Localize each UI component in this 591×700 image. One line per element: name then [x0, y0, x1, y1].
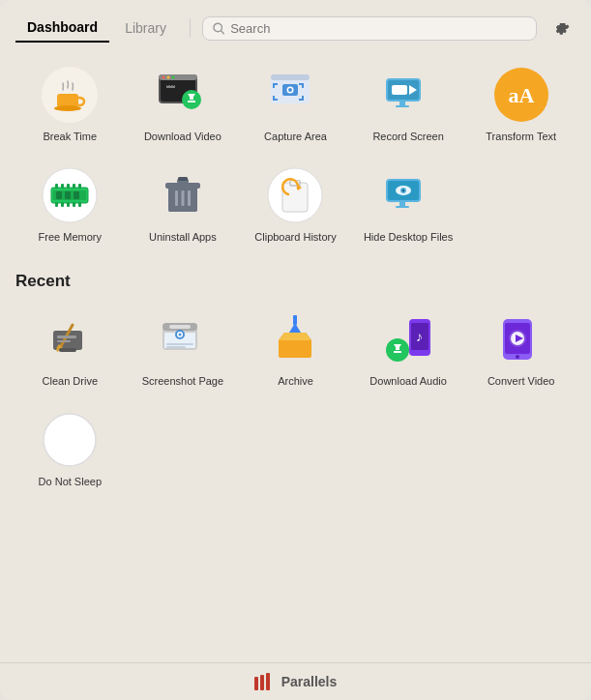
hide-desktop-files-label: Hide Desktop Files: [364, 230, 453, 244]
free-memory-label: Free Memory: [39, 230, 102, 244]
clipboard-history-icon: [267, 167, 323, 223]
svg-rect-25: [399, 102, 405, 105]
clipboard-history-label: Clipboard History: [254, 230, 336, 244]
tool-transform-text[interactable]: aA Transform Text: [466, 58, 576, 151]
recent-grid: Clean Drive: [15, 303, 576, 497]
tab-library[interactable]: Library: [113, 15, 178, 42]
svg-rect-88: [394, 351, 401, 353]
svg-rect-87: [396, 344, 399, 350]
break-time-label: Break Time: [43, 130, 97, 143]
svg-rect-15: [188, 101, 195, 102]
main-content: Break Time www: [0, 43, 591, 662]
svg-rect-32: [61, 184, 64, 189]
uninstall-apps-label: Uninstall Apps: [149, 230, 217, 244]
tool-record-screen[interactable]: Record Screen: [354, 58, 463, 151]
clean-drive-icon: [42, 311, 98, 367]
svg-rect-73: [169, 325, 191, 329]
svg-rect-44: [74, 191, 79, 199]
archive-icon: [267, 311, 323, 367]
tools-grid: Break Time www: [15, 58, 576, 252]
record-screen-icon-wrap: [379, 66, 437, 124]
svg-rect-14: [190, 94, 193, 100]
svg-point-20: [288, 88, 292, 92]
tool-capture-area[interactable]: Capture Area: [241, 58, 350, 151]
svg-rect-79: [166, 346, 186, 348]
convert-video-icon-wrap: [492, 310, 550, 368]
svg-rect-3: [57, 94, 78, 107]
svg-rect-36: [55, 202, 58, 207]
search-input[interactable]: [230, 21, 526, 36]
svg-text:aA: aA: [508, 83, 534, 107]
svg-rect-78: [166, 343, 193, 345]
uninstall-apps-icon: [155, 167, 211, 223]
tool-download-video[interactable]: www Download Video: [129, 58, 238, 151]
svg-text:♪: ♪: [416, 329, 423, 344]
svg-rect-97: [260, 675, 264, 690]
archive-icon-wrap: [266, 310, 324, 368]
capture-area-icon-wrap: [266, 66, 324, 124]
svg-rect-33: [67, 184, 70, 189]
search-box[interactable]: [202, 16, 537, 41]
svg-rect-39: [73, 202, 75, 207]
footer: Parallels: [0, 662, 591, 700]
tool-clean-drive[interactable]: Clean Drive: [15, 303, 125, 395]
transform-text-icon: aA: [493, 67, 549, 123]
search-icon: [213, 22, 224, 35]
screenshot-page-icon: [155, 311, 211, 367]
svg-rect-81: [293, 315, 297, 325]
break-time-icon-wrap: [41, 66, 99, 124]
svg-text:www: www: [166, 83, 176, 89]
clean-drive-icon-wrap: [41, 310, 99, 368]
record-screen-icon: [380, 67, 436, 123]
tool-archive[interactable]: Archive: [241, 303, 350, 395]
parallels-icon: [254, 673, 276, 690]
tool-screenshot-page[interactable]: Screenshot Page: [129, 303, 238, 395]
do-not-sleep-icon: [42, 412, 98, 468]
free-memory-icon-wrap: [41, 166, 99, 224]
do-not-sleep-label: Do Not Sleep: [39, 475, 102, 488]
svg-line-1: [221, 30, 223, 33]
svg-rect-68: [57, 335, 76, 338]
svg-rect-40: [78, 202, 81, 207]
svg-rect-96: [254, 677, 258, 690]
recent-section: Recent: [15, 272, 576, 497]
svg-rect-37: [61, 202, 64, 207]
settings-button[interactable]: [548, 15, 576, 42]
svg-rect-38: [67, 202, 70, 207]
transform-text-icon-wrap: aA: [492, 66, 550, 124]
tool-free-memory[interactable]: Free Memory: [15, 159, 125, 251]
do-not-sleep-icon-wrap: [41, 411, 99, 469]
gear-icon: [552, 18, 572, 38]
capture-area-icon: [267, 67, 323, 123]
convert-video-icon: [493, 311, 549, 367]
svg-rect-23: [392, 85, 407, 95]
svg-rect-31: [55, 184, 58, 189]
svg-rect-52: [178, 177, 188, 181]
svg-rect-70: [59, 348, 76, 352]
tool-download-audio[interactable]: ♪ Download Audio: [354, 303, 463, 395]
convert-video-label: Convert Video: [488, 374, 555, 388]
tab-dashboard[interactable]: Dashboard: [15, 14, 109, 43]
tool-clipboard-history[interactable]: Clipboard History: [241, 159, 350, 251]
record-screen-label: Record Screen: [372, 130, 443, 143]
svg-rect-34: [73, 184, 75, 189]
tool-uninstall-apps[interactable]: Uninstall Apps: [129, 159, 238, 251]
download-audio-icon: ♪: [380, 311, 436, 367]
tool-hide-desktop-files[interactable]: Hide Desktop Files: [354, 159, 463, 251]
clipboard-history-icon-wrap: [266, 166, 324, 224]
archive-label: Archive: [278, 374, 313, 388]
svg-point-95: [44, 414, 96, 466]
parallels-brand: Parallels: [254, 673, 338, 690]
svg-rect-35: [78, 184, 81, 189]
svg-rect-50: [181, 190, 184, 206]
download-video-icon: www: [155, 67, 211, 123]
tool-convert-video[interactable]: Convert Video: [466, 303, 576, 395]
recent-section-title: Recent: [15, 272, 576, 291]
tool-break-time[interactable]: Break Time: [15, 58, 125, 151]
svg-point-77: [178, 333, 181, 335]
transform-text-label: Transform Text: [486, 130, 556, 143]
tool-do-not-sleep[interactable]: Do Not Sleep: [15, 403, 125, 496]
header: Dashboard Library: [0, 0, 591, 43]
clean-drive-label: Clean Drive: [43, 374, 98, 388]
download-audio-label: Download Audio: [369, 374, 447, 388]
